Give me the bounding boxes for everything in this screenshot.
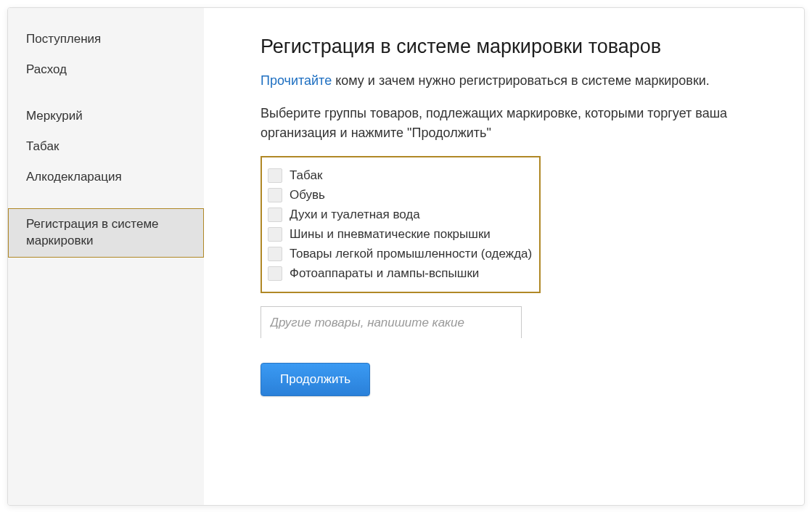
sidebar-group-1: Поступления Расход [8,24,204,85]
other-goods-input[interactable] [261,306,522,338]
checkbox-label: Шины и пневматические покрышки [290,227,491,242]
instruction-paragraph: Выберите группы товаров, подлежащих марк… [261,104,760,143]
checkbox-row-shoes[interactable]: Обувь [268,188,532,202]
continue-button[interactable]: Продолжить [261,363,370,396]
sidebar-item-outgoing[interactable]: Расход [8,54,204,85]
checkbox-label: Духи и туалетная вода [290,208,420,222]
checkbox-label: Табак [290,168,322,183]
checkbox-row-perfume[interactable]: Духи и туалетная вода [268,208,532,222]
checkbox-row-clothing[interactable]: Товары легкой промышленности (одежда) [268,247,532,261]
checkbox-box[interactable] [268,266,282,281]
sidebar-item-marking-registration[interactable]: Регистрация в системе маркировки [8,208,204,258]
sidebar-item-tobacco[interactable]: Табак [8,131,204,162]
checkbox-box[interactable] [268,227,282,242]
checkbox-row-tobacco[interactable]: Табак [268,168,532,183]
checkbox-label: Товары легкой промышленности (одежда) [290,247,532,261]
sidebar-group-2: Меркурий Табак Алкодекларация [8,101,204,192]
sidebar: Поступления Расход Меркурий Табак Алкоде… [8,8,204,505]
intro-paragraph: Прочитайте кому и зачем нужно регистриро… [261,71,760,91]
checkbox-box[interactable] [268,208,282,222]
checkbox-row-tires[interactable]: Шины и пневматические покрышки [268,227,532,242]
checkbox-box[interactable] [268,188,282,202]
checkbox-label: Фотоаппараты и лампы-вспышки [290,266,479,281]
app-window: Поступления Расход Меркурий Табак Алкоде… [7,7,805,506]
main-content: Регистрация в системе маркировки товаров… [204,8,804,505]
checkbox-box[interactable] [268,247,282,261]
checkbox-box[interactable] [268,168,282,183]
checkbox-group: Табак Обувь Духи и туалетная вода Шины и… [261,156,541,293]
sidebar-item-alcodeclaration[interactable]: Алкодекларация [8,162,204,192]
sidebar-item-mercury[interactable]: Меркурий [8,101,204,131]
checkbox-row-cameras[interactable]: Фотоаппараты и лампы-вспышки [268,266,532,281]
checkbox-label: Обувь [290,188,325,202]
sidebar-item-incoming[interactable]: Поступления [8,24,204,54]
read-more-link[interactable]: Прочитайте [261,73,332,88]
page-title: Регистрация в системе маркировки товаров [261,36,760,58]
intro-text-rest: кому и зачем нужно регистрироваться в си… [332,73,710,88]
